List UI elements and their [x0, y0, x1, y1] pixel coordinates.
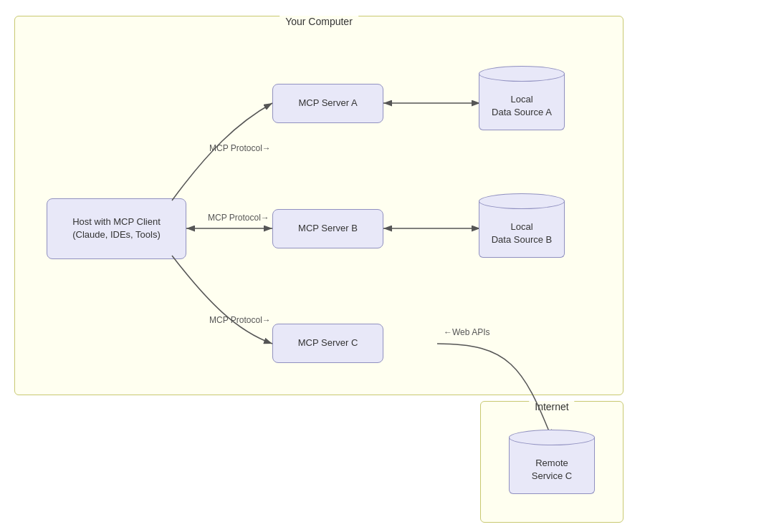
- host-label: Host with MCP Client(Claude, IDEs, Tools…: [72, 216, 161, 241]
- remote-service-c-label: RemoteService C: [532, 457, 572, 483]
- server-b-box: MCP Server B: [272, 209, 383, 248]
- mcp-protocol-b-label: MCP Protocol→: [208, 213, 269, 223]
- server-a-label: MCP Server A: [298, 97, 357, 110]
- data-source-a-label: LocalData Source A: [492, 93, 552, 119]
- server-a-box: MCP Server A: [272, 84, 383, 123]
- internet-box-label: Internet: [529, 401, 574, 412]
- data-source-a: LocalData Source A: [479, 66, 565, 137]
- server-c-label: MCP Server C: [298, 337, 358, 349]
- mcp-protocol-c-label: MCP Protocol→: [209, 315, 271, 325]
- data-source-b: LocalData Source B: [479, 193, 565, 265]
- server-c-box: MCP Server C: [272, 324, 383, 363]
- web-apis-label: ←Web APIs: [444, 327, 489, 337]
- server-b-label: MCP Server B: [298, 222, 358, 235]
- mcp-protocol-a-label: MCP Protocol→: [209, 143, 271, 153]
- data-source-b-label: LocalData Source B: [492, 221, 553, 246]
- outer-box-label: Your Computer: [280, 16, 358, 27]
- remote-service-c: RemoteService C: [509, 430, 595, 501]
- host-box: Host with MCP Client(Claude, IDEs, Tools…: [47, 198, 186, 259]
- diagram-canvas: Your Computer Internet Host with MCP Cli…: [7, 9, 767, 524]
